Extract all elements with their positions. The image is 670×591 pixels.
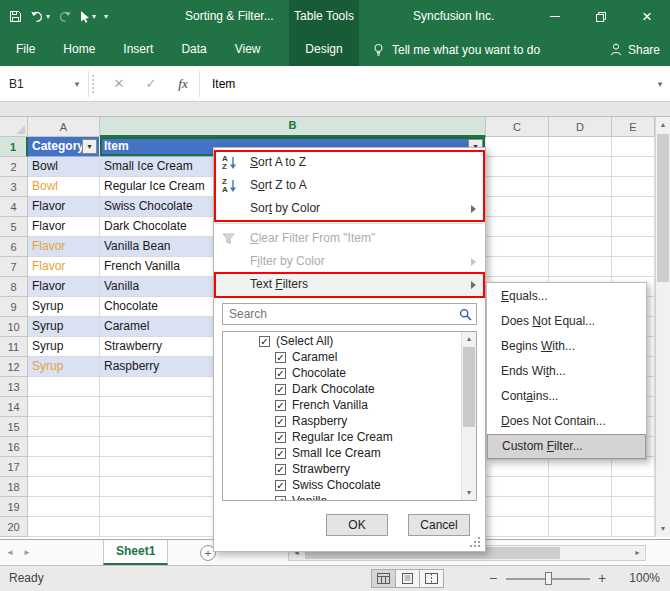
cell-D1[interactable] (549, 137, 612, 157)
cell-A4[interactable]: Flavor (28, 197, 100, 217)
filter-value-raspberry[interactable]: ✓Raspberry (223, 413, 461, 429)
vertical-scrollbar[interactable]: ▲ ▼ (655, 117, 670, 537)
submenu-item-equals[interactable]: Equals... (487, 284, 646, 309)
cell-A8[interactable]: Flavor (28, 277, 100, 297)
filter-value-regular-ice-cream[interactable]: ✓Regular Ice Cream (223, 429, 461, 445)
row-header-19[interactable]: 19 (0, 497, 28, 517)
cell-E20[interactable] (612, 517, 655, 537)
ribbon-tab-view[interactable]: View (221, 33, 275, 66)
cell-C2[interactable] (486, 157, 549, 177)
row-header-16[interactable]: 16 (0, 437, 28, 457)
name-box-caret-icon[interactable]: ▾ (66, 79, 88, 89)
submenu-item-does-not-equal[interactable]: Does Not Equal... (487, 309, 646, 334)
cell-C3[interactable] (486, 177, 549, 197)
checkbox-checked-icon[interactable]: ✓ (275, 464, 286, 475)
zoom-slider-thumb[interactable] (545, 572, 552, 585)
row-header-17[interactable]: 17 (0, 457, 28, 477)
zoom-out-button[interactable]: − (489, 566, 497, 591)
cell-A12[interactable]: Syrup (28, 357, 100, 377)
cell-C6[interactable] (486, 237, 549, 257)
submenu-item-custom-filter[interactable]: Custom Filter... (487, 434, 646, 459)
checkbox-checked-icon[interactable]: ✓ (275, 496, 286, 501)
filter-value-small-ice-cream[interactable]: ✓Small Ice Cream (223, 445, 461, 461)
filter-value-caramel[interactable]: ✓Caramel (223, 349, 461, 365)
cell-E6[interactable] (612, 237, 655, 257)
row-header-18[interactable]: 18 (0, 477, 28, 497)
row-header-15[interactable]: 15 (0, 417, 28, 437)
row-header-11[interactable]: 11 (0, 337, 28, 357)
cell-A13[interactable] (28, 377, 100, 397)
name-box[interactable]: B1 (0, 66, 66, 101)
checkbox-checked-icon[interactable]: ✓ (275, 400, 286, 411)
cell-A14[interactable] (28, 397, 100, 417)
insert-function-button[interactable]: fx (167, 76, 199, 92)
cell-E1[interactable] (612, 137, 655, 157)
checkbox-checked-icon[interactable]: ✓ (275, 416, 286, 427)
ok-button[interactable]: OK (326, 514, 388, 536)
restore-button[interactable] (578, 0, 624, 33)
category-filter-button[interactable]: ▾ (82, 139, 97, 154)
formula-input[interactable]: Item (200, 77, 650, 91)
account-name[interactable]: Syncfusion Inc. (413, 0, 494, 33)
ribbon-tab-home[interactable]: Home (49, 33, 109, 66)
vertical-scroll-thumb[interactable] (657, 134, 669, 282)
row-header-9[interactable]: 9 (0, 297, 28, 317)
filter-menu-item-sort-a-to-z[interactable]: AZSort A to Z (214, 151, 485, 174)
undo-button[interactable]: ▾ (30, 11, 50, 23)
row-header-3[interactable]: 3 (0, 177, 28, 197)
save-button[interactable] (9, 10, 22, 23)
list-scroll-up-icon[interactable]: ▲ (462, 332, 476, 346)
ribbon-tab-data[interactable]: Data (167, 33, 220, 66)
column-header-e[interactable]: E (612, 117, 655, 137)
search-input[interactable] (222, 303, 477, 325)
cell-C17[interactable] (486, 457, 549, 477)
row-header-6[interactable]: 6 (0, 237, 28, 257)
submenu-item-does-not-contain[interactable]: Does Not Contain... (487, 409, 646, 434)
row-header-8[interactable]: 8 (0, 277, 28, 297)
cell-A6[interactable]: Flavor (28, 237, 100, 257)
cell-C18[interactable] (486, 477, 549, 497)
page-layout-view-button[interactable] (395, 569, 420, 588)
checkbox-checked-icon[interactable]: ✓ (275, 432, 286, 443)
row-header-14[interactable]: 14 (0, 397, 28, 417)
row-header-4[interactable]: 4 (0, 197, 28, 217)
scroll-right-icon[interactable]: ► (630, 546, 645, 560)
cell-E17[interactable] (612, 457, 655, 477)
cell-E19[interactable] (612, 497, 655, 517)
search-icon[interactable] (459, 308, 472, 321)
scroll-down-icon[interactable]: ▼ (656, 522, 670, 536)
cell-C5[interactable] (486, 217, 549, 237)
formula-bar-drag-handle[interactable] (92, 75, 100, 93)
cell-A15[interactable] (28, 417, 100, 437)
cell-D3[interactable] (549, 177, 612, 197)
row-header-7[interactable]: 7 (0, 257, 28, 277)
column-header-b[interactable]: B (100, 117, 486, 137)
filter-value-chocolate[interactable]: ✓Chocolate (223, 365, 461, 381)
list-scroll-down-icon[interactable]: ▼ (462, 486, 476, 500)
cell-D17[interactable] (549, 457, 612, 477)
list-scroll-thumb[interactable] (463, 347, 475, 427)
cell-A3[interactable]: Bowl (28, 177, 100, 197)
customize-qat-button[interactable]: ▾ (104, 13, 108, 21)
row-header-5[interactable]: 5 (0, 217, 28, 237)
tell-me-box[interactable]: Tell me what you want to do (372, 33, 540, 66)
ribbon-tab-file[interactable]: File (2, 33, 49, 66)
cell-A11[interactable]: Syrup (28, 337, 100, 357)
touch-mouse-mode-button[interactable]: ▾ (80, 10, 96, 23)
cell-D18[interactable] (549, 477, 612, 497)
close-button[interactable]: × (624, 0, 670, 33)
share-button[interactable]: Share (610, 33, 660, 66)
checkbox-checked-icon[interactable]: ✓ (275, 352, 286, 363)
cell-A16[interactable] (28, 437, 100, 457)
checkbox-checked-icon[interactable]: ✓ (275, 480, 286, 491)
cell-A5[interactable]: Flavor (28, 217, 100, 237)
filter-value-strawberry[interactable]: ✓Strawberry (223, 461, 461, 477)
row-header-2[interactable]: 2 (0, 157, 28, 177)
checkbox-checked-icon[interactable]: ✓ (275, 368, 286, 379)
cell-E5[interactable] (612, 217, 655, 237)
zoom-level[interactable]: 100% (629, 566, 660, 591)
cell-C1[interactable] (486, 137, 549, 157)
checkbox-checked-icon[interactable]: ✓ (275, 448, 286, 459)
row-header-10[interactable]: 10 (0, 317, 28, 337)
cell-A19[interactable] (28, 497, 100, 517)
